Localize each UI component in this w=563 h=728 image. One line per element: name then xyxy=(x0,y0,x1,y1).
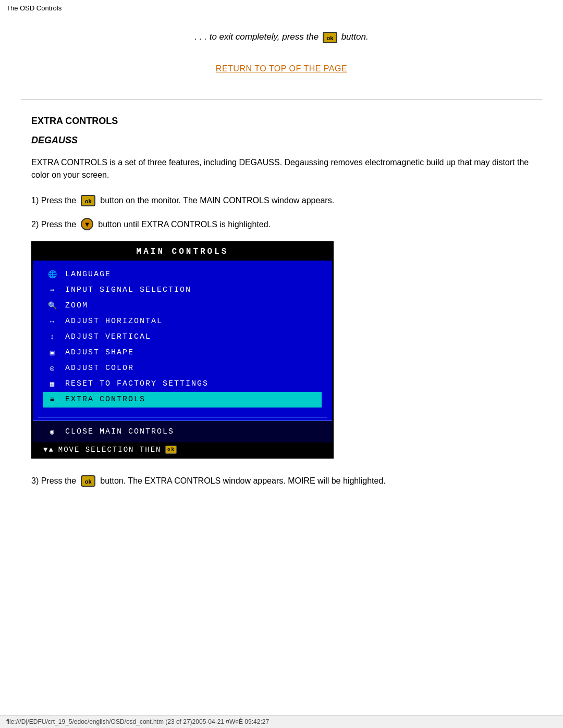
section-divider xyxy=(21,100,542,100)
ok-button-icon: ok xyxy=(323,32,337,43)
osd-item-vert: ↕ ADJUST VERTICAL xyxy=(43,329,322,345)
extra-controls-heading: EXTRA CONTROLS xyxy=(31,116,532,127)
osd-label-vert: ADJUST VERTICAL xyxy=(65,331,151,343)
osd-label-zoom: ZOOM xyxy=(65,300,88,312)
osd-label-close: CLOSE MAIN CONTROLS xyxy=(65,427,174,436)
osd-item-input-signal: ⇒ INPUT SIGNAL SELECTION xyxy=(43,282,322,298)
reset-icon: ▦ xyxy=(46,378,59,390)
osd-label-input-signal: INPUT SIGNAL SELECTION xyxy=(65,284,191,297)
zoom-icon: 🔍 xyxy=(46,300,59,312)
osd-label-extra-controls: EXTRA CONTROLS xyxy=(65,393,145,406)
osd-item-zoom: 🔍 ZOOM xyxy=(43,298,322,314)
horiz-icon: ↔ xyxy=(46,316,59,327)
return-to-top-link[interactable]: RETURN TO TOP OF THE PAGE xyxy=(31,64,532,73)
shape-icon: ▣ xyxy=(46,347,59,359)
osd-label-language: LANGUAGE xyxy=(65,268,111,281)
osd-item-color: ◎ ADJUST COLOR xyxy=(43,361,322,376)
step3-text-after: button. The EXTRA CONTROLS window appear… xyxy=(100,474,386,488)
step-1: 1) Press the ok button on the monitor. T… xyxy=(31,194,532,207)
osd-footer-text: MOVE SELECTION THEN xyxy=(58,446,162,454)
extra-controls-icon: ≡ xyxy=(46,394,59,405)
osd-label-horiz: ADJUST HORIZONTAL xyxy=(65,315,163,328)
step2-down-icon: ▼ xyxy=(81,218,93,230)
exit-text-after: button. xyxy=(341,32,369,42)
osd-title-bar: MAIN CONTROLS xyxy=(33,243,332,261)
osd-item-language: 🌐 LANGUAGE xyxy=(43,267,322,282)
osd-item-extra-controls: ≡ EXTRA CONTROLS xyxy=(43,392,322,408)
osd-label-shape: ADJUST SHAPE xyxy=(65,347,134,359)
main-content: EXTRA CONTROLS DEGAUSS EXTRA CONTROLS is… xyxy=(0,105,563,509)
osd-divider xyxy=(38,417,327,417)
step1-text-before: 1) Press the xyxy=(31,194,76,207)
osd-footer: ▼▲ MOVE SELECTION THEN ok xyxy=(33,442,332,457)
page-title: The OSD Controls xyxy=(6,4,62,12)
osd-item-horiz: ↔ ADJUST HORIZONTAL xyxy=(43,314,322,329)
step1-ok-icon: ok xyxy=(81,195,95,206)
step2-text-after: button until EXTRA CONTROLS is highlight… xyxy=(98,218,271,231)
close-icon: ◉ xyxy=(46,427,59,436)
degauss-subheading: DEGAUSS xyxy=(31,135,532,146)
osd-bottom-section: ◉ CLOSE MAIN CONTROLS xyxy=(33,421,332,442)
exit-text-before: . . . to exit completely, press the xyxy=(194,32,319,42)
input-signal-icon: ⇒ xyxy=(46,285,59,296)
vert-icon: ↕ xyxy=(46,331,59,343)
top-section: . . . to exit completely, press the ok b… xyxy=(0,16,563,94)
step-3: 3) Press the ok button. The EXTRA CONTRO… xyxy=(31,474,532,488)
color-icon: ◎ xyxy=(46,363,59,374)
status-bar: file:///D|/EDFU/crt_19_5/edoc/english/OS… xyxy=(0,715,563,728)
osd-label-color: ADJUST COLOR xyxy=(65,362,134,375)
step1-text-after: button on the monitor. The MAIN CONTROLS… xyxy=(100,194,334,207)
step3-ok-icon: ok xyxy=(81,475,95,487)
osd-item-shape: ▣ ADJUST SHAPE xyxy=(43,345,322,361)
language-icon: 🌐 xyxy=(46,269,59,280)
page-title-bar: The OSD Controls xyxy=(0,0,563,16)
status-bar-text: file:///D|/EDFU/crt_19_5/edoc/english/OS… xyxy=(6,718,269,725)
step2-text-before: 2) Press the xyxy=(31,218,76,231)
osd-menu: 🌐 LANGUAGE ⇒ INPUT SIGNAL SELECTION 🔍 ZO… xyxy=(33,261,332,414)
osd-label-reset: RESET TO FACTORY SETTINGS xyxy=(65,378,209,390)
description-text: EXTRA CONTROLS is a set of three feature… xyxy=(31,156,532,181)
exit-instruction: . . . to exit completely, press the ok b… xyxy=(31,32,532,43)
nav-icons: ▼▲ xyxy=(43,446,54,454)
osd-item-reset: ▦ RESET TO FACTORY SETTINGS xyxy=(43,376,322,392)
osd-close-item: ◉ CLOSE MAIN CONTROLS xyxy=(43,425,322,438)
step-2: 2) Press the ▼ button until EXTRA CONTRO… xyxy=(31,218,532,231)
step3-text-before: 3) Press the xyxy=(31,474,76,488)
osd-footer-ok-icon: ok xyxy=(165,446,177,454)
osd-screen: MAIN CONTROLS 🌐 LANGUAGE ⇒ INPUT SIGNAL … xyxy=(31,241,334,459)
